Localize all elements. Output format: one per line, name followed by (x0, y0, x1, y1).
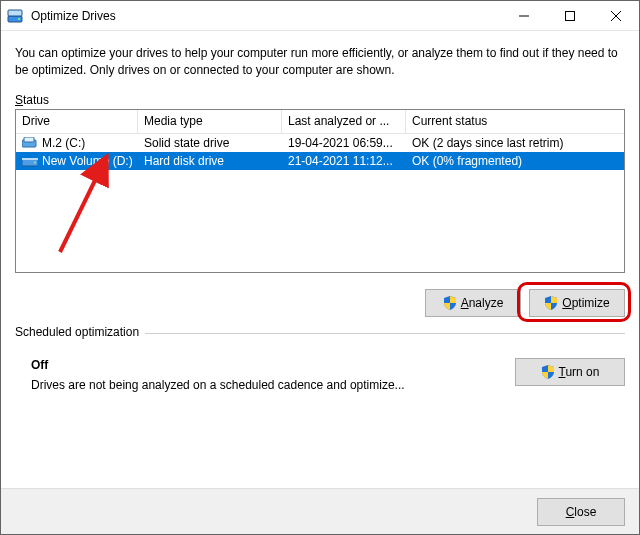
svg-line-12 (60, 160, 105, 252)
drive-row[interactable]: New Volume (D:) Hard disk drive 21-04-20… (16, 152, 624, 170)
schedule-desc: Drives are not being analyzed on a sched… (31, 378, 515, 392)
shield-icon (443, 296, 457, 310)
schedule-block: Off Drives are not being analyzed on a s… (15, 358, 625, 392)
col-media[interactable]: Media type (138, 110, 282, 133)
drive-media: Hard disk drive (138, 154, 282, 168)
optimize-button[interactable]: Optimize (529, 289, 625, 317)
col-last[interactable]: Last analyzed or ... (282, 110, 406, 133)
drive-name: New Volume (D:) (42, 154, 133, 168)
window-title: Optimize Drives (31, 9, 501, 23)
shield-icon (541, 365, 555, 379)
drive-last: 19-04-2021 06:59... (282, 136, 406, 150)
drives-header-row: Drive Media type Last analyzed or ... Cu… (16, 110, 624, 134)
schedule-section-header: Scheduled optimization (15, 333, 625, 348)
svg-rect-4 (566, 12, 575, 21)
action-buttons-row: Analyze Optimize (15, 289, 625, 317)
close-dialog-button[interactable]: Close (537, 498, 625, 526)
content-area: You can optimize your drives to help you… (1, 31, 639, 488)
turn-on-button[interactable]: Turn on (515, 358, 625, 386)
drive-status: OK (2 days since last retrim) (406, 136, 624, 150)
ssd-icon (22, 137, 38, 149)
svg-point-2 (18, 18, 20, 20)
dialog-footer: Close (1, 488, 639, 534)
svg-rect-8 (24, 137, 34, 142)
drive-optimize-icon (7, 8, 23, 24)
shield-icon (544, 296, 558, 310)
maximize-button[interactable] (547, 1, 593, 31)
status-label: Status (15, 93, 625, 107)
minimize-button[interactable] (501, 1, 547, 31)
drives-list[interactable]: Drive Media type Last analyzed or ... Cu… (15, 109, 625, 273)
hdd-icon (22, 155, 38, 167)
minimize-icon (519, 11, 529, 21)
drive-row[interactable]: M.2 (C:) Solid state drive 19-04-2021 06… (16, 134, 624, 152)
drive-name: M.2 (C:) (42, 136, 85, 150)
svg-point-10 (34, 162, 36, 164)
intro-text: You can optimize your drives to help you… (15, 45, 625, 79)
col-drive[interactable]: Drive (16, 110, 138, 133)
svg-rect-11 (22, 158, 38, 160)
close-button[interactable] (593, 1, 639, 31)
schedule-state: Off (31, 358, 515, 372)
svg-rect-1 (8, 10, 22, 16)
maximize-icon (565, 11, 575, 21)
drive-media: Solid state drive (138, 136, 282, 150)
close-icon (611, 11, 621, 21)
drive-last: 21-04-2021 11:12... (282, 154, 406, 168)
col-status[interactable]: Current status (406, 110, 624, 133)
titlebar: Optimize Drives (1, 1, 639, 31)
drive-status: OK (0% fragmented) (406, 154, 624, 168)
optimize-drives-window: Optimize Drives You can optimize your dr… (0, 0, 640, 535)
analyze-button[interactable]: Analyze (425, 289, 521, 317)
window-controls (501, 1, 639, 30)
